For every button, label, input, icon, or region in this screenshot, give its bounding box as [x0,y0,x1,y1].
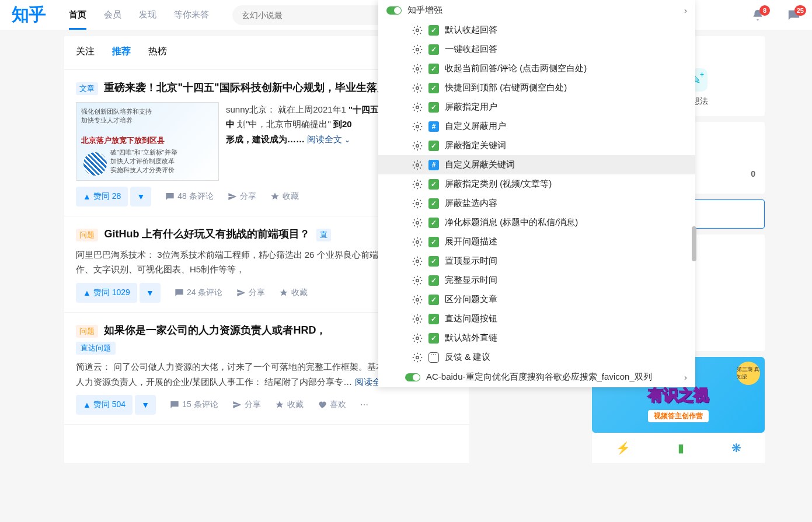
popup-option[interactable]: ✓一键收起回答 [378,40,695,59]
popup-option-label: 屏蔽指定类别 (视频/文章等) [445,178,552,190]
item-title[interactable]: 如果你是一家公司的人力资源负责人或者HRD， [104,324,326,336]
checkbox-checked-icon[interactable]: ✓ [428,295,439,305]
messages-button[interactable]: 25 [787,9,800,22]
checkbox-checked-icon[interactable]: ✓ [428,25,439,36]
checkbox-checked-icon[interactable]: ✓ [428,275,439,286]
popup-option[interactable]: #自定义屏蔽关键词 [378,155,695,174]
fan-icon[interactable]: ❋ [731,441,741,455]
checkbox-checked-icon[interactable]: ✓ [428,333,439,344]
feed-tab-recommend[interactable]: 推荐 [112,45,131,60]
checkbox-checked-icon[interactable]: ✓ [428,83,439,93]
checkbox-checked-icon[interactable]: ✓ [428,44,439,55]
gear-icon[interactable] [412,314,423,324]
gear-icon[interactable] [412,83,423,93]
checkbox-checked-icon[interactable]: ✓ [428,141,439,151]
favorite-button[interactable]: 收藏 [275,400,304,410]
notifications-button[interactable]: 8 [751,9,764,22]
popup-option[interactable]: ✓置顶显示时间 [378,251,695,271]
popup-option[interactable]: 反馈 & 建议 [378,348,695,367]
gear-icon[interactable] [412,275,423,286]
gear-icon[interactable] [412,25,423,36]
nav-tab-discover[interactable]: 发现 [139,0,156,30]
logo[interactable]: 知乎 [12,3,46,27]
like-button[interactable]: 喜欢 [318,400,346,410]
feed-tab-hot[interactable]: 热榜 [148,45,167,60]
more-button[interactable]: ⋯ [360,400,368,409]
popup-option[interactable]: #自定义屏蔽用户 [378,117,695,136]
popup-option[interactable]: ✓收起当前回答/评论 (点击两侧空白处) [378,59,695,78]
popup-script-header[interactable]: 知乎增强 › [378,0,695,20]
thumbnail[interactable]: 强化创新团队培养和支持 加快专业人才培养 北京落户放宽下放到区县 破"四唯"和"… [76,102,219,181]
toggle-on-icon[interactable] [386,6,402,15]
checkbox-checked-icon[interactable]: ✓ [428,179,439,190]
hash-icon[interactable]: # [428,121,439,132]
share-icon [228,192,237,201]
popup-script-footer[interactable]: AC-baidu-重定向优化百度搜狗谷歌必应搜索_favicon_双列 › [378,367,695,387]
upvote-button[interactable]: ▲ 赞同 1029 [76,283,137,303]
popup-option[interactable]: ✓展开问题描述 [378,232,695,251]
nav-tab-answer[interactable]: 等你来答 [174,0,209,30]
gear-icon[interactable] [412,179,423,190]
popup-option[interactable]: ✓屏蔽指定类别 (视频/文章等) [378,174,695,194]
upvote-button[interactable]: ▲ 赞同 28 [76,187,128,206]
gear-icon[interactable] [412,333,423,344]
favorite-button[interactable]: 收藏 [270,191,299,202]
checkbox-checked-icon[interactable]: ✓ [428,102,439,113]
checkbox-checked-icon[interactable]: ✓ [428,256,439,267]
gear-icon[interactable] [412,44,423,55]
gear-icon[interactable] [412,160,423,170]
popup-option[interactable]: ✓默认收起回答 [378,20,695,40]
popup-option[interactable]: ✓默认站外直链 [378,328,695,348]
downvote-button[interactable]: ▼ [135,395,156,415]
upvote-button[interactable]: ▲ 赞同 504 [76,395,133,415]
book-icon[interactable]: ▮ [678,441,684,455]
gear-icon[interactable] [412,352,423,363]
popup-option[interactable]: ✓直达问题按钮 [378,309,695,328]
favorite-button[interactable]: 收藏 [279,288,308,298]
share-button[interactable]: 分享 [232,400,261,410]
checkbox-checked-icon[interactable]: ✓ [428,218,439,228]
share-button[interactable]: 分享 [236,288,265,298]
gear-icon[interactable] [412,295,423,305]
hash-icon[interactable]: # [428,160,439,170]
bolt-icon[interactable]: ⚡ [616,441,630,455]
popup-option[interactable]: ✓屏蔽指定用户 [378,97,695,117]
checkbox-checked-icon[interactable]: ✓ [428,64,439,74]
popup-option[interactable]: ✓完整显示时间 [378,271,695,290]
gear-icon[interactable] [412,218,423,228]
gear-icon[interactable] [412,198,423,209]
gear-icon[interactable] [412,102,423,113]
popup-option-label: 屏蔽指定用户 [445,101,497,113]
checkbox-checked-icon[interactable]: ✓ [428,237,439,247]
direct-question-button[interactable]: 直达问题 [76,342,116,355]
checkbox-checked-icon[interactable]: ✓ [428,198,439,209]
scrollbar-thumb[interactable] [692,226,696,261]
downvote-button[interactable]: ▼ [140,283,161,303]
item-title[interactable]: GitHub 上有什么好玩又有挑战的前端项目？ [104,228,310,240]
checkbox-checked-icon[interactable]: ✓ [428,314,439,324]
gear-icon[interactable] [412,64,423,74]
comments-button[interactable]: 15 条评论 [170,400,218,410]
comments-button[interactable]: 48 条评论 [165,191,213,202]
svg-point-5 [416,125,419,128]
feed-tab-follow[interactable]: 关注 [76,45,95,60]
popup-option[interactable]: ✓净化标题消息 (标题中的私信/消息) [378,213,695,232]
popup-option[interactable]: ✓屏蔽盐选内容 [378,194,695,213]
toggle-on-icon[interactable] [405,373,420,381]
popup-option[interactable]: ✓屏蔽指定关键词 [378,136,695,155]
gear-icon[interactable] [412,237,423,247]
gear-icon[interactable] [412,256,423,267]
gear-icon[interactable] [412,141,423,151]
tag-direct[interactable]: 直 [316,229,331,241]
header-icons: 8 25 [751,9,800,22]
popup-option[interactable]: ✓区分问题文章 [378,290,695,309]
popup-option[interactable]: ✓快捷回到顶部 (右键两侧空白处) [378,78,695,97]
thumb-highlight: 北京落户放宽下放到区县 [81,135,214,146]
nav-tab-vip[interactable]: 会员 [104,0,121,30]
read-more-link[interactable]: 阅读全文 [307,134,350,144]
nav-tab-home[interactable]: 首页 [69,0,86,30]
gear-icon[interactable] [412,121,423,132]
comments-button[interactable]: 24 条评论 [175,288,222,298]
downvote-button[interactable]: ▼ [130,187,151,206]
share-button[interactable]: 分享 [228,191,256,202]
